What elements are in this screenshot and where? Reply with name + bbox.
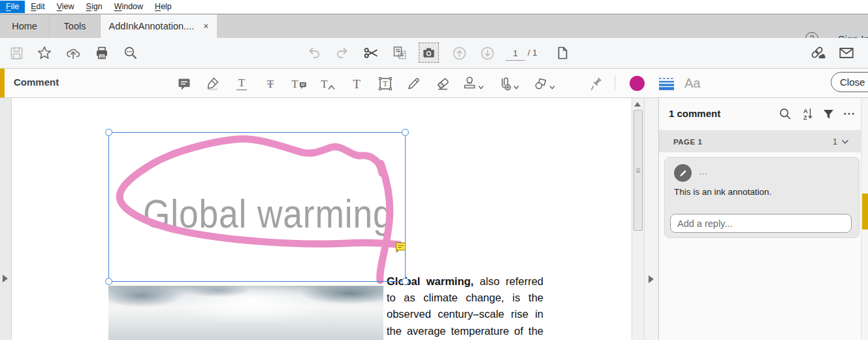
- draw-ink-icon[interactable]: [404, 75, 423, 93]
- scroll-up-icon[interactable]: [634, 102, 641, 107]
- comment-toolbar: Comment T T T T T T: [0, 69, 868, 98]
- redo-icon[interactable]: [333, 44, 351, 62]
- previous-page-icon[interactable]: [450, 44, 468, 62]
- send-link-cloud-icon[interactable]: [809, 44, 827, 62]
- main-toolbar: / 1: [0, 38, 868, 69]
- panel-collapse-strip: [644, 98, 658, 340]
- selection-handle-top-right[interactable]: [402, 129, 409, 136]
- comment-text: This is an ink annotation.: [674, 187, 771, 197]
- sort-az-icon[interactable]: AZ: [799, 105, 816, 122]
- cut-icon[interactable]: [362, 44, 380, 62]
- insert-text-icon[interactable]: T: [319, 75, 337, 93]
- page-view-icon[interactable]: [553, 44, 571, 62]
- tab-document[interactable]: AddInkAnnotation.... ×: [101, 14, 217, 38]
- document-photo: [108, 286, 383, 340]
- page-number-field[interactable]: [506, 46, 522, 60]
- comments-panel-header: 1 comment AZ: [659, 98, 861, 131]
- selection-handle-top-left[interactable]: [105, 129, 112, 136]
- tab-tools[interactable]: Tools: [50, 14, 101, 38]
- share-cloud-icon[interactable]: [64, 44, 82, 62]
- annotation-selection-rect[interactable]: [108, 132, 406, 282]
- scrollbar-thumb[interactable]: [634, 110, 643, 231]
- underline-text-icon[interactable]: T: [233, 75, 251, 93]
- selection-handle-bottom-left[interactable]: [105, 278, 112, 285]
- scrollbar-grip: [636, 169, 640, 173]
- save-icon[interactable]: [7, 44, 25, 62]
- undo-icon[interactable]: [305, 44, 323, 62]
- replace-text-icon[interactable]: T: [290, 75, 308, 93]
- page-section-label: PAGE 1: [673, 138, 702, 146]
- page-total-label: / 1: [528, 48, 537, 58]
- color-swatch[interactable]: [630, 76, 645, 91]
- add-text-box-icon[interactable]: T: [376, 75, 394, 93]
- text-properties-icon[interactable]: Aa: [684, 76, 700, 91]
- menu-file[interactable]: File: [0, 1, 25, 13]
- page-number-input[interactable]: [506, 46, 525, 61]
- menu-view[interactable]: View: [51, 1, 80, 13]
- eraser-icon[interactable]: [434, 75, 452, 93]
- options-ellipsis-icon[interactable]: [841, 105, 858, 122]
- filter-comments-icon[interactable]: [820, 105, 837, 122]
- menu-bar: File Edit View Sign Window Help: [0, 0, 868, 14]
- menu-sign[interactable]: Sign: [80, 1, 108, 13]
- star-favorites-icon[interactable]: [35, 44, 54, 62]
- document-page: Global warming Global warming, also refe…: [12, 98, 632, 340]
- toolbar-separator: [615, 75, 615, 91]
- search-tools-icon[interactable]: [121, 44, 140, 62]
- tab-home[interactable]: Home: [0, 14, 50, 38]
- panel-scrollbar[interactable]: [861, 98, 868, 340]
- left-panel-strip: [0, 98, 12, 340]
- snapshot-camera-icon[interactable]: [419, 42, 439, 63]
- svg-text:A: A: [803, 107, 808, 114]
- comments-panel: 1 comment AZ PAGE 1 1 ... This is: [658, 98, 868, 340]
- svg-text:Z: Z: [803, 114, 807, 121]
- document-vertical-scrollbar[interactable]: [632, 98, 644, 340]
- comment-card[interactable]: ... This is an ink annotation.: [664, 157, 860, 238]
- document-paragraph: Global warming, also referred to as clim…: [387, 273, 543, 340]
- reply-input[interactable]: [670, 214, 852, 233]
- email-icon[interactable]: [837, 44, 856, 62]
- tab-document-label: AddInkAnnotation....: [109, 21, 195, 31]
- strikethrough-text-icon[interactable]: T: [261, 75, 280, 93]
- comment-toolbar-title: Comment: [14, 76, 59, 88]
- panel-scroll-annotation-marker: [862, 194, 868, 230]
- collapse-right-panel-icon[interactable]: [649, 275, 654, 283]
- stamp-icon[interactable]: [461, 75, 485, 93]
- close-tab-icon[interactable]: ×: [203, 22, 208, 31]
- close-button[interactable]: Close: [831, 72, 868, 92]
- copy-snapshot-format-icon[interactable]: [391, 44, 409, 62]
- next-page-icon[interactable]: [478, 44, 496, 62]
- expand-left-panel-icon[interactable]: [3, 275, 8, 282]
- comment-options-icon[interactable]: ...: [699, 167, 708, 177]
- add-text-comment-icon[interactable]: T: [347, 75, 366, 93]
- menu-help[interactable]: Help: [149, 1, 178, 13]
- page-section-count: 1: [833, 137, 837, 146]
- sticky-note-icon[interactable]: [175, 75, 193, 93]
- tab-bar: Home Tools AddInkAnnotation.... × ? Sign…: [0, 14, 868, 38]
- keep-tool-selected-pin-icon[interactable]: [587, 75, 605, 93]
- page-section-header[interactable]: PAGE 1 1: [659, 131, 861, 152]
- drawing-tools-icon[interactable]: [532, 75, 556, 93]
- line-thickness-icon[interactable]: [657, 75, 675, 93]
- menu-edit[interactable]: Edit: [25, 1, 51, 13]
- ink-pen-avatar-icon: [674, 164, 692, 182]
- comment-accent-bar: [0, 69, 5, 97]
- comments-count-title: 1 comment: [669, 108, 720, 119]
- annotation-note-tail: [396, 250, 399, 253]
- search-comments-icon[interactable]: [777, 105, 794, 122]
- menu-window[interactable]: Window: [108, 1, 149, 13]
- chevron-down-icon[interactable]: [841, 139, 849, 144]
- selection-handle-bottom-right[interactable]: [402, 278, 409, 285]
- svg-text:T: T: [383, 79, 388, 88]
- acrobat-window: File Edit View Sign Window Help Home Too…: [0, 0, 868, 340]
- print-icon[interactable]: [93, 44, 111, 62]
- attach-file-icon[interactable]: [496, 75, 520, 93]
- highlight-text-icon[interactable]: [204, 75, 222, 93]
